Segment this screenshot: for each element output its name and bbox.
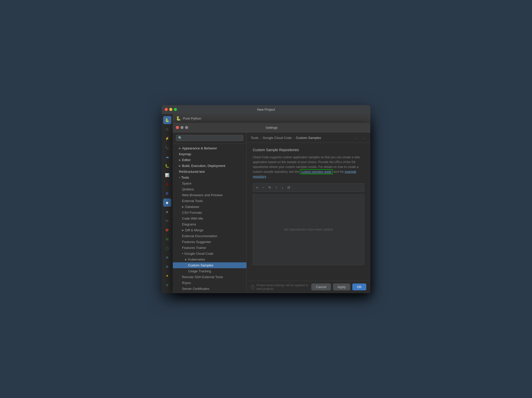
maximize-button[interactable] bbox=[174, 108, 177, 111]
ide-icon-git2[interactable]: ◈ bbox=[163, 208, 171, 216]
sidebar-item-remote-ssh-label: Remote SSH External Tools bbox=[182, 275, 223, 279]
sidebar-item-external-doc[interactable]: External Documentation bbox=[173, 233, 246, 239]
minimize-button[interactable] bbox=[169, 108, 172, 111]
sidebar-item-build[interactable]: ▶ Build, Execution, Deployment bbox=[173, 163, 246, 169]
search-input[interactable] bbox=[176, 135, 243, 141]
settings-titlebar: Settings bbox=[173, 123, 370, 132]
sidebar-item-appearance[interactable]: ▶ Appearance & Behavior bbox=[173, 145, 246, 151]
content-header: Tools › Google Cloud Code › Custom Sampl… bbox=[247, 132, 370, 143]
move-down-button[interactable]: ↓ bbox=[280, 185, 284, 190]
custom-samples-guide-link[interactable]: custom samples guide bbox=[300, 169, 333, 174]
sidebar-item-diagrams-label: Diagrams bbox=[182, 222, 196, 226]
window-title: New Project bbox=[257, 108, 275, 111]
desc-part2: and the bbox=[334, 170, 344, 174]
settings-traffic-lights[interactable] bbox=[176, 126, 188, 129]
help-button[interactable]: ? bbox=[251, 285, 255, 289]
traffic-lights[interactable] bbox=[165, 108, 177, 111]
sidebar-item-csv-label: CSV Formats bbox=[182, 211, 202, 215]
ide-icon-python[interactable]: 🐍 bbox=[163, 116, 171, 124]
settings-minimize-button[interactable] bbox=[180, 126, 184, 129]
sidebar-item-csv[interactable]: CSV Formats bbox=[173, 210, 246, 216]
cancel-button[interactable]: Cancel bbox=[311, 283, 331, 290]
add-repo-button[interactable]: + bbox=[255, 185, 259, 190]
sidebar-item-keymap-label: Keymap bbox=[179, 152, 191, 156]
refresh-button[interactable]: ↺ bbox=[286, 185, 291, 190]
sidebar-item-usage-tracking[interactable]: Usage Tracking bbox=[173, 268, 246, 274]
sidebar-item-web-browsers[interactable]: Web Browsers and Preview bbox=[173, 192, 246, 198]
bottom-left: ? Project-level settings will be applied… bbox=[251, 283, 311, 291]
sidebar-item-restructured[interactable]: ReStructured text bbox=[173, 169, 246, 175]
sidebar-item-google-cloud-code[interactable]: ▾ Google Cloud Code bbox=[173, 251, 246, 257]
sidebar-item-qodana-label: Qodana bbox=[182, 187, 194, 191]
apply-button[interactable]: Apply bbox=[333, 283, 351, 290]
ide-icon-bug[interactable]: 🐛 bbox=[163, 162, 171, 170]
sidebar-item-space-label: Space bbox=[182, 181, 191, 185]
ok-button[interactable]: OK bbox=[352, 283, 366, 290]
ide-icon-a[interactable]: A bbox=[163, 180, 171, 188]
sidebar-item-remote-ssh[interactable]: Remote SSH External Tools bbox=[173, 274, 246, 280]
ide-icon-n[interactable]: N bbox=[163, 235, 171, 243]
sidebar-item-diff-merge[interactable]: ▶ Diff & Merge bbox=[173, 227, 246, 233]
settings-dialog: Settings ▶ Appearance & Behavior bbox=[173, 123, 370, 293]
sidebar-item-space[interactable]: Space bbox=[173, 180, 246, 186]
ide-icon-git[interactable]: ◆ bbox=[163, 198, 171, 207]
sidebar-item-keymap[interactable]: Keymap bbox=[173, 151, 246, 157]
ide-icon-django[interactable]: Dj bbox=[163, 125, 171, 133]
ide-icon-html[interactable]: ❺ bbox=[163, 226, 171, 234]
edit-repo-button[interactable]: ✎ bbox=[267, 185, 272, 190]
sidebar-item-rsync[interactable]: Rsync bbox=[173, 280, 246, 286]
ide-icon-b[interactable]: B bbox=[163, 189, 171, 197]
outer-titlebar: New Project bbox=[162, 105, 370, 114]
ide-icon-v[interactable]: ✦ bbox=[163, 272, 171, 280]
breadcrumb-current: Custom Samples bbox=[296, 136, 321, 140]
sidebar-item-custom-samples-label: Custom Samples bbox=[188, 263, 213, 267]
settings-maximize-button[interactable] bbox=[185, 126, 188, 129]
sidebar-item-features-trainer-label: Features Trainer bbox=[182, 246, 206, 250]
ide-icon-phone[interactable]: 📞 bbox=[163, 144, 171, 152]
sidebar-item-tools[interactable]: ▾ Tools bbox=[173, 175, 246, 180]
ide-icon-node[interactable]: ⬡ bbox=[163, 244, 171, 252]
sidebar-item-custom-samples[interactable]: Custom Samples bbox=[173, 262, 246, 268]
bottom-buttons: Cancel Apply OK bbox=[311, 283, 366, 290]
sidebar-item-server-certs[interactable]: Server Certificates bbox=[173, 286, 246, 292]
breadcrumb-sep2: › bbox=[293, 136, 294, 140]
settings-body: ▶ Appearance & Behavior Keymap ▶ Editor bbox=[173, 132, 370, 293]
breadcrumb-tools[interactable]: Tools bbox=[251, 136, 258, 140]
desc-part3: . bbox=[267, 175, 268, 178]
sidebar-item-features-trainer[interactable]: Features Trainer bbox=[173, 245, 246, 251]
ide-icon-lightning[interactable]: ⚡ bbox=[163, 134, 171, 143]
sidebar-item-external-tools[interactable]: External Tools bbox=[173, 198, 246, 204]
ide-icon-ex[interactable]: ex bbox=[163, 217, 171, 225]
ide-icon-react2[interactable]: ⚛ bbox=[163, 263, 171, 271]
chevron-right-icon: ▶ bbox=[182, 229, 184, 232]
breadcrumb: Tools › Google Cloud Code › Custom Sampl… bbox=[251, 136, 321, 140]
sidebar-item-features-suggester[interactable]: Features Suggester bbox=[173, 239, 246, 245]
sidebar-item-code-with-me[interactable]: Code With Me bbox=[173, 216, 246, 221]
ide-icon-vue[interactable]: V bbox=[163, 281, 171, 289]
sidebar-item-editor-label: Editor bbox=[182, 158, 191, 162]
sidebar-item-kubernetes-label: Kubernetes bbox=[188, 258, 205, 261]
breadcrumb-google-cloud-code[interactable]: Google Cloud Code bbox=[263, 136, 292, 140]
sidebar-item-rsync-label: Rsync bbox=[182, 281, 191, 285]
sidebar-item-code-with-me-label: Code With Me bbox=[182, 217, 203, 220]
ide-icon-react[interactable]: ⚛ bbox=[163, 253, 171, 262]
sidebar-item-qodana[interactable]: Qodana bbox=[173, 186, 246, 192]
close-button[interactable] bbox=[165, 108, 168, 111]
sidebar-search-container[interactable] bbox=[173, 132, 246, 144]
forward-arrow-icon[interactable]: → bbox=[361, 135, 366, 140]
sidebar-item-diagrams[interactable]: Diagrams bbox=[173, 221, 246, 227]
sidebar-item-build-label: Build, Execution, Deployment bbox=[182, 164, 225, 168]
sidebar-item-tools-label: Tools bbox=[181, 176, 189, 179]
sidebar-item-kubernetes[interactable]: ▶ Kubernetes bbox=[173, 257, 246, 262]
settings-close-button[interactable] bbox=[176, 126, 179, 129]
ide-icon-cloud[interactable]: ☁ bbox=[163, 153, 171, 161]
sidebar-item-editor[interactable]: ▶ Editor bbox=[173, 157, 246, 163]
back-arrow-icon[interactable]: ← bbox=[354, 135, 360, 140]
move-up-button[interactable]: ↑ bbox=[274, 185, 278, 190]
ide-icon-chart[interactable]: 📊 bbox=[163, 171, 171, 179]
sidebar-item-appearance-label: Appearance & Behavior bbox=[182, 146, 217, 150]
sidebar-item-database[interactable]: ▶ Database bbox=[173, 204, 246, 210]
chevron-right-icon: ▶ bbox=[182, 205, 184, 208]
remove-repo-button[interactable]: − bbox=[261, 185, 265, 190]
bottom-hint: Project-level settings will be applied t… bbox=[257, 283, 312, 291]
